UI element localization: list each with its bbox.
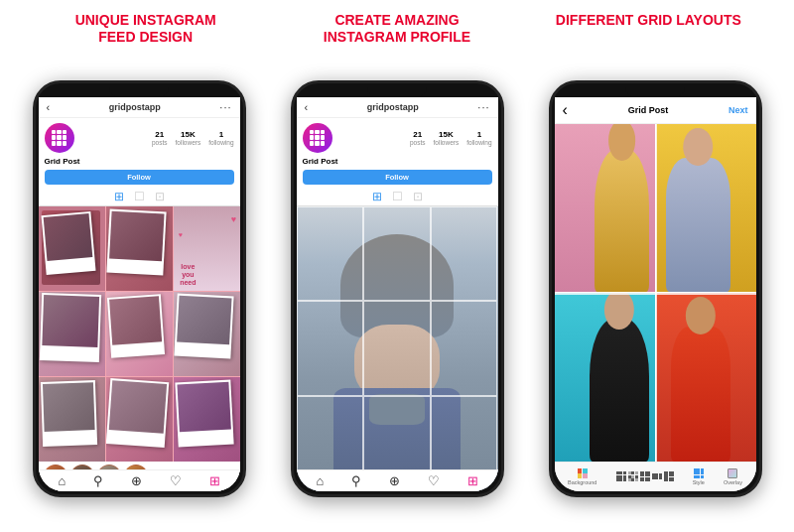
collage-cell-4	[39, 292, 105, 376]
phone1-tabs: ⊞ ☐ ⊡	[39, 188, 240, 206]
phone2-avatar-grid	[310, 130, 326, 146]
phone3-header: ‹ Grid Post Next	[555, 97, 756, 124]
phone3-style-icon	[694, 468, 704, 478]
header-title-1: UNIQUE INSTAGRAM FEED DESIGN	[21, 12, 270, 46]
header-title-3: DIFFERENT GRID LAYOUTS	[524, 12, 773, 29]
phone3-tool-overlay[interactable]: Overlay	[724, 468, 742, 485]
heart-icon-2: ♥	[179, 231, 183, 238]
phone-2: ‹ gridpostapp ··· 21 posts	[291, 80, 504, 497]
phone1-nav-add-icon[interactable]: ⊕	[131, 473, 142, 488]
phone3-tools-bar: Background	[555, 462, 756, 491]
phone1-username: gridpostapp	[109, 102, 161, 112]
header-col-1: UNIQUE INSTAGRAM FEED DESIGN	[21, 12, 270, 46]
phone2-nav-add-icon[interactable]: ⊕	[389, 473, 400, 488]
phone3-woman-3	[590, 319, 650, 462]
photo-card-9	[175, 380, 234, 447]
collage-cell-2	[106, 206, 173, 291]
phone2-profile-name: Grid Post	[297, 156, 498, 168]
photo-card-4	[39, 293, 101, 362]
phone1-bottom-nav: ⌂ ⚲ ⊕ ♡ ⊞	[39, 469, 240, 491]
photo-card-1	[41, 211, 95, 275]
header-col-2: CREATE AMAZING INSTAGRAM PROFILE	[273, 12, 522, 46]
header-col-3: DIFFERENT GRID LAYOUTS	[524, 12, 773, 46]
phone2-nav-profile-icon[interactable]: ⊞	[467, 473, 478, 488]
phone2-tabs: ⊞ ☐ ⊡	[297, 188, 498, 206]
phone1-nav-home-icon[interactable]: ⌂	[58, 473, 66, 488]
phone3-cell-4	[656, 293, 756, 462]
phone2-avatar	[303, 123, 332, 153]
gcell-1	[297, 206, 364, 302]
phones-row: ‹ gridpostapp ··· 21 posts	[0, 54, 794, 532]
phone3-photo-grid	[555, 124, 756, 462]
collage-cell-9	[174, 377, 240, 462]
phone2-follow-row: Follow	[297, 168, 498, 188]
phone3-overlay-label: Overlay	[724, 479, 742, 485]
phone3-layout-2x2-icon[interactable]	[640, 471, 650, 481]
phone1-followers-stat: 15K followers	[176, 130, 201, 146]
phone1-avatar-grid	[52, 130, 67, 146]
phone1-dots-icon: ···	[219, 101, 231, 113]
phone2-tab-bookmark-icon[interactable]: ☐	[392, 190, 403, 203]
phone3-woman-2	[666, 158, 731, 293]
phone1-following-stat: 1 following	[208, 130, 233, 146]
phone2-grid-overlay	[297, 206, 498, 491]
phone-1-screen: ‹ gridpostapp ··· 21 posts	[39, 97, 240, 491]
phone3-layout-asymm-icon[interactable]	[664, 471, 674, 481]
phone3-cell-1	[555, 124, 655, 293]
phone1-profile-name: Grid Post	[39, 156, 240, 168]
photo-card-8	[106, 378, 169, 448]
phone2-tab-grid-icon[interactable]: ⊞	[372, 190, 382, 203]
phone3-layout-3x3-icon[interactable]	[616, 471, 626, 481]
phone1-ig-header: ‹ gridpostapp ···	[39, 97, 240, 118]
phone3-cell-3	[555, 293, 655, 462]
phone-2-screen: ‹ gridpostapp ··· 21 posts	[297, 97, 498, 491]
phone3-title: Grid Post	[628, 105, 669, 115]
phone2-nav-search-icon[interactable]: ⚲	[351, 473, 361, 488]
phone1-tab-tag-icon[interactable]: ⊡	[155, 190, 165, 203]
photo-card-5	[107, 294, 165, 358]
phone2-tab-tag-icon[interactable]: ⊡	[413, 190, 423, 203]
phone2-follow-button[interactable]: Follow	[303, 170, 492, 185]
phone2-nav-heart-icon[interactable]: ♡	[428, 473, 440, 488]
phone2-profile: 21 posts 15K followers 1 following	[297, 118, 498, 156]
phone3-woman-4	[671, 327, 731, 462]
phone1-tab-bookmark-icon[interactable]: ☐	[134, 190, 145, 203]
gcell-4	[297, 301, 364, 396]
header-row: UNIQUE INSTAGRAM FEED DESIGN CREATE AMAZ…	[0, 0, 794, 54]
phone3-overlay-icon	[728, 468, 737, 478]
phone2-photo-content	[297, 206, 498, 491]
phone2-bottom-nav: ⌂ ⚲ ⊕ ♡ ⊞	[297, 469, 498, 491]
phone1-posts-stat: 21 posts	[152, 130, 168, 146]
collage-cell-6	[174, 292, 240, 376]
phone3-layout-alt1-icon[interactable]	[628, 471, 638, 481]
phone1-nav-heart-icon[interactable]: ♡	[170, 473, 182, 488]
phone3-cell-2	[656, 124, 756, 293]
collage-cell-3: loveyouneed ♥ ♥	[174, 206, 240, 291]
phone3-layout-row3-icon[interactable]	[652, 473, 662, 479]
phone2-stats: 21 posts 15K followers 1 following	[338, 130, 492, 146]
phone1-nav-profile-icon[interactable]: ⊞	[209, 473, 220, 488]
phone1-nav-search-icon[interactable]: ⚲	[93, 473, 103, 488]
phone3-background-icon	[578, 468, 588, 478]
phone3-tool-background[interactable]: Background	[568, 468, 596, 485]
phone1-follow-button[interactable]: Follow	[45, 170, 234, 185]
phone1-profile: 21 posts 15K followers 1 following	[39, 118, 240, 156]
phone-1: ‹ gridpostapp ··· 21 posts	[33, 80, 246, 497]
phone2-ig-header: ‹ gridpostapp ···	[297, 97, 498, 118]
phone1-stats: 21 posts 15K followers 1 following	[80, 130, 234, 146]
heart-icon-1: ♥	[231, 214, 236, 224]
phone1-avatar	[45, 123, 74, 153]
phone1-back-icon: ‹	[47, 101, 51, 113]
phone3-woman-1	[595, 149, 650, 292]
phone1-tab-grid-icon[interactable]: ⊞	[114, 190, 124, 203]
phone3-tool-style[interactable]: Style	[693, 468, 705, 485]
phone2-nav-home-icon[interactable]: ⌂	[316, 473, 324, 488]
phone3-grid-layout-icons	[616, 471, 674, 481]
phone3-background-label: Background	[568, 479, 596, 485]
collage-cell-8	[106, 377, 173, 462]
phone3-next-button[interactable]: Next	[728, 105, 748, 115]
phone2-dots-icon: ···	[477, 101, 489, 113]
collage-cell-1	[39, 206, 105, 291]
phone2-back-icon: ‹	[305, 101, 309, 113]
photo-card-7	[41, 380, 97, 446]
